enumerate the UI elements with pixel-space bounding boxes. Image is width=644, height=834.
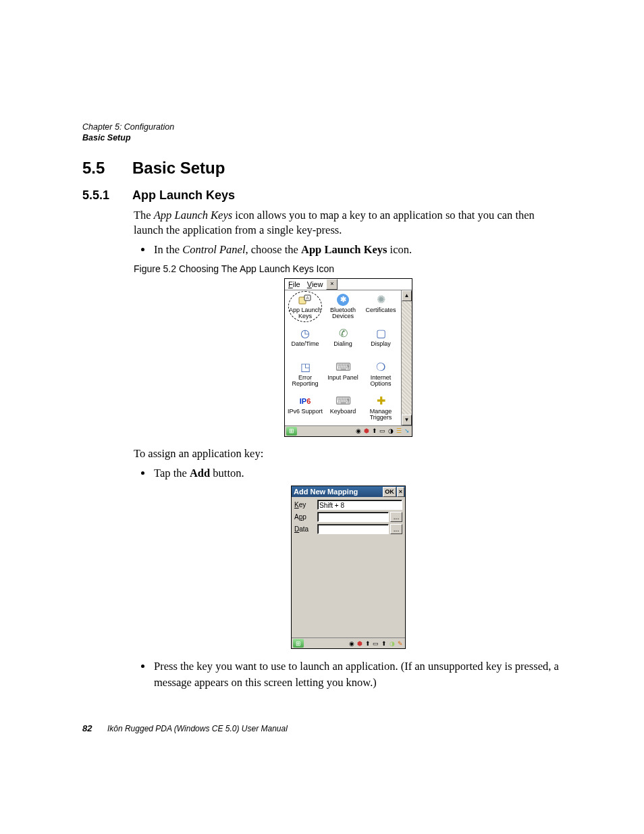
subsection-heading: 5.5.1 App Launch Keys bbox=[82, 188, 563, 203]
close-button[interactable]: × bbox=[326, 279, 338, 290]
tray-icon[interactable]: ☰ bbox=[395, 427, 402, 435]
close-button[interactable]: × bbox=[397, 487, 404, 497]
tray-icon[interactable]: ◑ bbox=[388, 640, 396, 647]
app-browse-button[interactable]: ... bbox=[390, 512, 402, 522]
ipv6-icon: IP6 bbox=[298, 394, 313, 408]
chapter-line: Chapter 5: Configuration bbox=[82, 122, 563, 132]
bullet-1: In the Control Panel, choose the App Lau… bbox=[153, 242, 563, 258]
tray-icon[interactable]: ▭ bbox=[372, 640, 379, 647]
start-button[interactable]: ⊞ bbox=[286, 427, 297, 436]
section-title: Basic Setup bbox=[132, 159, 225, 178]
menu-view[interactable]: View bbox=[304, 280, 327, 289]
globe-icon: ❍ bbox=[373, 361, 388, 374]
data-label: Data bbox=[294, 525, 317, 533]
bluetooth-icon: ✱ bbox=[336, 293, 350, 307]
taskbar: ⊞ ◉ ⬢ ⬆ ▭ ◑ ☰ ➘ bbox=[285, 425, 412, 436]
system-tray: ◉ ⬢ ⬆ ▭ ◑ ☰ ➘ bbox=[354, 427, 410, 435]
cp-item-label: Display bbox=[371, 341, 391, 347]
ok-button[interactable]: OK bbox=[383, 487, 396, 497]
cp-item-datetime[interactable]: ◷ Date/Time bbox=[286, 325, 324, 359]
menubar: File View × bbox=[285, 279, 412, 290]
svg-rect-1 bbox=[304, 295, 311, 301]
tray-icon[interactable]: ✎ bbox=[396, 640, 404, 647]
bullet-3: Press the key you want to use to launch … bbox=[153, 658, 563, 691]
tray-icon[interactable]: ◉ bbox=[354, 427, 362, 435]
cp-item-ipv6[interactable]: IP6 IPv6 Support bbox=[286, 393, 324, 425]
paragraph-2: To assign an application key: bbox=[134, 446, 563, 461]
cp-item-label: Certificates bbox=[365, 307, 396, 313]
cp-item-input-panel[interactable]: ⌨ Input Panel bbox=[324, 359, 362, 393]
tray-icon[interactable]: ➘ bbox=[403, 427, 410, 435]
display-icon: ▢ bbox=[373, 327, 388, 340]
cp-item-internet-options[interactable]: ❍ Internet Options bbox=[362, 359, 400, 393]
tray-icon[interactable]: ⬆ bbox=[364, 640, 371, 647]
paragraph-1: The App Launch Keys icon allows you to m… bbox=[134, 208, 563, 238]
app-label: App bbox=[294, 513, 317, 521]
cp-item-label: Date/Time bbox=[291, 341, 319, 347]
cp-item-dialing[interactable]: ✆ Dialing bbox=[324, 325, 362, 359]
dialog-titlebar: Add New Mapping OK × bbox=[292, 486, 405, 497]
bullet-2: Tap the Add button. bbox=[153, 465, 563, 481]
cp-item-label: Keyboard bbox=[330, 409, 356, 415]
data-browse-button[interactable]: ... bbox=[390, 524, 402, 534]
cp-item-bluetooth[interactable]: ✱ Bluetooth Devices bbox=[324, 292, 362, 325]
tray-icon[interactable]: ◑ bbox=[387, 427, 394, 435]
key-label: Key bbox=[294, 501, 317, 509]
cp-item-error-reporting[interactable]: ◳ Error Reporting bbox=[286, 359, 324, 393]
tray-icon[interactable]: ⬆ bbox=[380, 640, 387, 647]
cp-item-label: Manage Triggers bbox=[363, 409, 399, 421]
triggers-icon: ✚ bbox=[373, 394, 388, 408]
clock-icon: ◷ bbox=[298, 327, 313, 340]
page-footer: 82 Ikôn Rugged PDA (Windows CE 5.0) User… bbox=[82, 722, 288, 734]
cp-item-label: Internet Options bbox=[363, 375, 399, 388]
app-launch-icon: A bbox=[298, 293, 313, 307]
tray-icon[interactable]: ⬢ bbox=[356, 640, 363, 647]
certificates-icon: ✺ bbox=[373, 293, 388, 307]
cp-item-label: App Launch Keys bbox=[287, 307, 323, 320]
dialog-title: Add New Mapping bbox=[294, 488, 358, 496]
taskbar: ⊞ ◉ ⬢ ⬆ ▭ ⬆ ◑ ✎ bbox=[292, 637, 405, 648]
breadcrumb: Basic Setup bbox=[82, 132, 563, 143]
scroll-up-button[interactable]: ▲ bbox=[402, 290, 412, 301]
subsection-title: App Launch Keys bbox=[132, 188, 235, 203]
cp-item-label: Error Reporting bbox=[287, 375, 323, 388]
tray-icon[interactable]: ⬆ bbox=[371, 427, 378, 435]
tray-icon[interactable]: ⬢ bbox=[363, 427, 370, 435]
scroll-down-button[interactable]: ▼ bbox=[402, 415, 412, 425]
scroll-track[interactable] bbox=[402, 301, 412, 415]
figure-caption: Figure 5.2 Choosing The App Launch Keys … bbox=[134, 263, 563, 274]
svg-text:A: A bbox=[306, 296, 308, 300]
cp-item-keyboard[interactable]: ⌨ Keyboard bbox=[324, 393, 362, 425]
system-tray: ◉ ⬢ ⬆ ▭ ⬆ ◑ ✎ bbox=[348, 640, 404, 647]
section-heading: 5.5 Basic Setup bbox=[82, 159, 563, 178]
cp-item-label: Input Panel bbox=[327, 375, 358, 381]
start-button[interactable]: ⊞ bbox=[293, 639, 304, 648]
svg-rect-0 bbox=[299, 297, 306, 304]
control-panel-window: File View × A App Launch Keys ✱ Bluetoot… bbox=[284, 278, 412, 437]
cp-item-label: Dialing bbox=[333, 341, 352, 347]
subsection-number: 5.5.1 bbox=[82, 188, 132, 203]
menu-file[interactable]: File bbox=[285, 280, 304, 289]
cp-item-certificates[interactable]: ✺ Certificates bbox=[362, 292, 400, 325]
scrollbar[interactable]: ▲ ▼ bbox=[401, 290, 412, 425]
footer-title: Ikôn Rugged PDA (Windows CE 5.0) User Ma… bbox=[107, 724, 288, 733]
key-input[interactable]: Shift + 8 bbox=[317, 500, 402, 510]
section-number: 5.5 bbox=[82, 159, 132, 178]
tray-icon[interactable]: ◉ bbox=[348, 640, 355, 647]
cp-item-label: Bluetooth Devices bbox=[325, 307, 361, 320]
input-panel-icon: ⌨ bbox=[336, 361, 350, 374]
cp-item-manage-triggers[interactable]: ✚ Manage Triggers bbox=[362, 393, 400, 425]
data-input[interactable] bbox=[317, 524, 389, 534]
keyboard-icon: ⌨ bbox=[336, 394, 350, 408]
cp-item-display[interactable]: ▢ Display bbox=[362, 325, 400, 359]
cp-item-label: IPv6 Support bbox=[288, 409, 323, 415]
phone-icon: ✆ bbox=[336, 327, 350, 340]
page-number: 82 bbox=[82, 723, 92, 733]
app-input[interactable] bbox=[317, 512, 389, 522]
tray-icon[interactable]: ▭ bbox=[379, 427, 386, 435]
cp-item-app-launch-keys[interactable]: A App Launch Keys bbox=[286, 292, 324, 325]
error-icon: ◳ bbox=[298, 361, 313, 374]
add-mapping-dialog: Add New Mapping OK × Key Shift + 8 App .… bbox=[291, 486, 406, 649]
